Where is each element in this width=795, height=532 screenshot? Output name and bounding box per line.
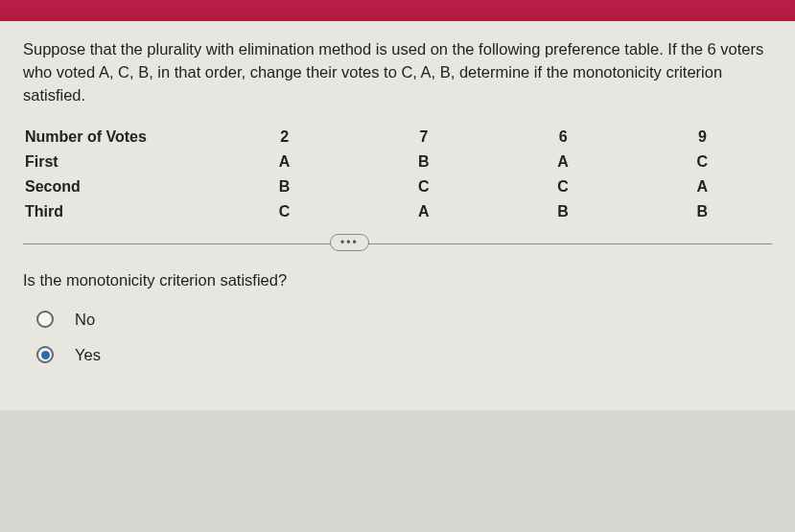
row-label-third: Third xyxy=(23,199,215,224)
cell-first-2: A xyxy=(494,150,633,174)
row-label-first: First xyxy=(23,150,215,174)
preference-table: Number of Votes 2 7 6 9 First A B A C Se… xyxy=(23,125,772,224)
cell-first-1: B xyxy=(354,150,493,174)
cell-second-0: B xyxy=(215,174,354,199)
radio-icon xyxy=(36,346,54,363)
table-row: Number of Votes 2 7 6 9 xyxy=(23,125,772,150)
row-label-votes: Number of Votes xyxy=(23,125,215,150)
cell-second-2: C xyxy=(494,174,633,199)
option-label: Yes xyxy=(75,346,101,364)
option-label: No xyxy=(75,311,95,329)
cell-second-1: C xyxy=(354,174,493,199)
top-accent-bar xyxy=(0,0,795,21)
table-row: Third C A B B xyxy=(23,199,772,224)
sub-question-prompt: Is the monotonicity criterion satisfied? xyxy=(23,271,772,289)
answer-options: No Yes xyxy=(23,311,772,364)
table-row: First A B A C xyxy=(23,150,772,174)
cell-votes-0: 2 xyxy=(215,125,354,150)
cell-second-3: A xyxy=(633,174,772,199)
table-row: Second B C C A xyxy=(23,174,772,199)
option-yes[interactable]: Yes xyxy=(36,346,772,364)
cell-first-0: A xyxy=(215,150,354,174)
row-label-second: Second xyxy=(23,174,215,199)
radio-icon xyxy=(36,311,54,328)
section-divider: ••• xyxy=(23,243,772,244)
option-no[interactable]: No xyxy=(36,311,772,329)
cell-third-2: B xyxy=(494,199,633,224)
divider-line xyxy=(23,243,772,244)
question-card: Suppose that the plurality with eliminat… xyxy=(0,21,795,410)
cell-third-3: B xyxy=(633,199,772,224)
question-prompt: Suppose that the plurality with eliminat… xyxy=(23,38,772,107)
cell-votes-2: 6 xyxy=(494,125,633,150)
cell-votes-1: 7 xyxy=(354,125,493,150)
cell-votes-3: 9 xyxy=(633,125,772,150)
expand-button[interactable]: ••• xyxy=(330,234,369,251)
cell-third-0: C xyxy=(215,199,354,224)
cell-first-3: C xyxy=(633,150,772,174)
cell-third-1: A xyxy=(354,199,493,224)
